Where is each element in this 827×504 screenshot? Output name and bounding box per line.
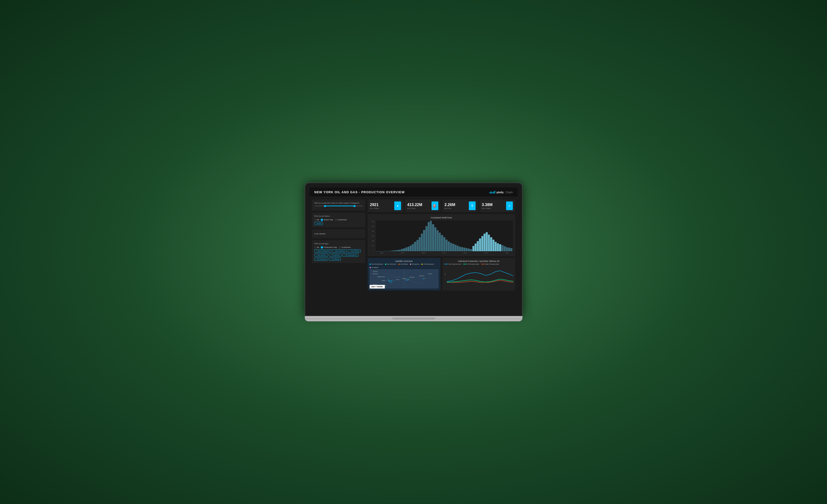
legend-oil-dev: Oil Development (421, 263, 434, 265)
type-customize[interactable]: Customize (339, 246, 351, 248)
bar-item (399, 250, 400, 251)
bar-item (448, 241, 450, 251)
slider-thumb-left[interactable] (324, 205, 326, 207)
well-type-radio-group: All Productive only Customize (314, 246, 363, 248)
slider-thumb-right[interactable] (354, 205, 355, 207)
bar-item (428, 222, 430, 251)
bar-item (459, 247, 461, 251)
bar-item (481, 236, 483, 251)
bar-item (468, 248, 470, 251)
type-customize-radio[interactable] (339, 246, 341, 248)
construction-date-section: Filter by construction date (or select r… (312, 200, 365, 211)
svg-point-3 (388, 280, 389, 281)
bar-item (492, 240, 494, 251)
plotly-icon (490, 191, 495, 193)
bar-item (508, 248, 510, 251)
stat-oil: 2.26M bbl of Oil 🛢 (442, 200, 478, 212)
map-panel: Satellite Overview Gas Development Gas E… (368, 258, 440, 290)
svg-point-9 (393, 281, 394, 281)
status-all[interactable]: All (314, 219, 319, 221)
status-all-radio[interactable] (314, 219, 316, 221)
construction-date-label: Filter by construction date (or select r… (314, 202, 363, 204)
type-all-radio[interactable] (314, 246, 316, 248)
tag-oil-wildcat[interactable]: ×Oil Wildcat (329, 258, 341, 261)
status-customize-radio[interactable] (335, 219, 337, 221)
type-productive-radio[interactable] (321, 246, 323, 248)
bar-item (488, 235, 490, 251)
svg-point-12 (408, 279, 409, 280)
bar-item (470, 249, 472, 251)
water-icon: ≡ (506, 202, 513, 210)
tag-gas-wildcat[interactable]: ×Gas Wildcat (348, 249, 360, 253)
dashboard-body: Filter by construction date (or select r… (309, 197, 518, 293)
legend-oil-inj: Oil Injection (410, 263, 420, 265)
status-customize[interactable]: Customize (335, 219, 347, 221)
svg-point-8 (388, 280, 388, 280)
svg-point-5 (391, 281, 392, 282)
bar-item (506, 247, 508, 251)
bar-item (479, 238, 481, 251)
bar-item (484, 234, 486, 251)
oil-icon: 🛢 (469, 202, 476, 210)
type-all[interactable]: All (314, 246, 319, 248)
bar-item (407, 247, 409, 251)
map-title: Satellite Overview (370, 260, 439, 263)
bar-item (486, 232, 488, 251)
tag-oil-injection[interactable]: ×Oil Injection (329, 254, 341, 257)
well-type-section: Filter by well type: All Productive only (312, 240, 365, 263)
type-productive-only[interactable]: Productive only (321, 246, 337, 248)
legend-gas-ext: Gas Extension (385, 263, 396, 265)
bar-item (477, 241, 479, 251)
svg-point-10 (390, 282, 391, 283)
screen-bezel: NEW YORK OIL AND GAS - PRODUCTION OVERVI… (305, 183, 523, 316)
tag-gas-injection[interactable]: ×Gas Injection (314, 254, 328, 257)
laptop-base (305, 316, 523, 321)
bar-item (450, 243, 452, 251)
legend-oil-wildcat: Oil Wildcat (370, 267, 379, 268)
svg-point-14 (406, 280, 406, 281)
gas-value: 413.22M (407, 203, 422, 207)
well-status-radio-group: All Active only Customize (314, 219, 363, 221)
bar-item (466, 248, 468, 251)
svg-point-6 (389, 281, 390, 282)
bar-item (441, 235, 443, 251)
svg-point-7 (392, 280, 393, 280)
tag-gas-development[interactable]: ×Gas Development (314, 249, 331, 253)
bar-chart (376, 220, 513, 252)
status-active-radio[interactable] (321, 219, 323, 221)
page-title: NEW YORK OIL AND GAS - PRODUCTION OVERVI… (314, 190, 405, 194)
bar-item (454, 245, 456, 251)
wells-icon: ● (394, 202, 401, 210)
bar-item (475, 243, 477, 251)
gas-icon: ⛽ (432, 202, 438, 210)
svg-point-11 (407, 279, 408, 280)
tag-gas-extension[interactable]: ×Gas Extension (332, 249, 347, 253)
gas-label: mcf of Gas (407, 208, 422, 209)
well-type-tags: ×Gas Development ×Gas Extension ×Gas Wil… (314, 249, 363, 261)
bar-item (443, 237, 445, 251)
laptop-container: NEW YORK OIL AND GAS - PRODUCTION OVERVI… (305, 183, 523, 321)
tag-oil-extension[interactable]: ×Oil Extension (314, 258, 328, 261)
active-tag[interactable]: × Active (314, 222, 323, 225)
bar-item (419, 237, 421, 251)
bar-item (423, 230, 425, 251)
date-slider[interactable] (314, 206, 363, 206)
bar-item (461, 247, 463, 251)
water-value: 3.38M (482, 203, 492, 207)
svg-point-13 (410, 280, 410, 281)
production-chart-svg (447, 266, 513, 283)
status-active-only[interactable]: Active only (321, 219, 333, 221)
bar-item (490, 237, 492, 251)
oil-value: 2.26M (445, 203, 455, 207)
bar-item (403, 248, 405, 251)
well-status-label: Filter by well status: (314, 215, 363, 217)
production-title: Individual Production: Quintette Stillma… (444, 260, 513, 263)
well-type-label: Filter by well type: (314, 242, 363, 245)
tag-oil-development[interactable]: ×Oil Development (342, 254, 358, 257)
bar-item (421, 234, 423, 251)
edit-theme-button[interactable]: EDIT THEME (370, 285, 385, 288)
lock-camera-label: Lock camera (314, 232, 363, 236)
y-axis: 600 500 400 300 200 100 0 (370, 220, 375, 252)
x-axis: 1960 1970 1980 1990 2000 2010 2020 (376, 252, 513, 254)
bar-item (412, 244, 414, 251)
